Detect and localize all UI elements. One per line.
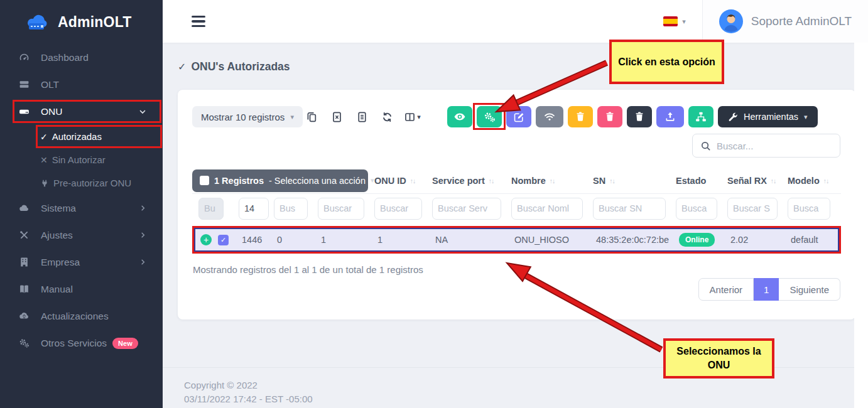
annotation-note-click: Click en esta opción bbox=[609, 40, 724, 84]
sidebar-item-label: Empresa bbox=[41, 257, 80, 268]
cell-senal-rx: 2.02 bbox=[724, 235, 784, 245]
sidebar-item-pre-autorizar[interactable]: Pre-autorizar ONU bbox=[0, 171, 163, 195]
copy-icon[interactable] bbox=[303, 109, 320, 126]
cell-service-port: NA bbox=[429, 235, 508, 245]
sidebar-item-dashboard[interactable]: Dashboard bbox=[0, 44, 163, 71]
tools-icon bbox=[19, 230, 30, 240]
filter-service-port-input[interactable] bbox=[432, 198, 501, 220]
network-map-button[interactable] bbox=[688, 106, 713, 127]
sidebar-item-olt[interactable]: OLT bbox=[0, 71, 163, 98]
trash-icon bbox=[634, 111, 645, 122]
delete-warning-button[interactable] bbox=[568, 106, 593, 127]
records-count: 1 Registros bbox=[214, 176, 264, 186]
filter-onu-id-input[interactable] bbox=[374, 198, 422, 220]
column-header-nombre[interactable]: Nombre ↑↓ bbox=[505, 176, 587, 186]
spain-flag-icon bbox=[663, 16, 678, 26]
sidebar-item-label: Pre-autorizar ONU bbox=[53, 178, 131, 188]
expand-row-icon[interactable]: + bbox=[200, 234, 212, 245]
sidebar-item-actualizaciones[interactable]: Actualizaciones bbox=[0, 303, 163, 330]
copyright-text: Copyright © 2022 bbox=[184, 378, 868, 392]
column-header-senal-rx[interactable]: Señal RX ↑↓ bbox=[721, 176, 781, 186]
chevron-right-icon bbox=[139, 259, 146, 266]
bulk-action-dropdown[interactable]: 1 Registros - Selecciona una acción ▾ bbox=[192, 169, 368, 192]
column-header-service-port[interactable]: Service port ↑↓ bbox=[426, 176, 505, 186]
sidebar-item-sin-autorizar[interactable]: ✕ Sin Autorizar bbox=[0, 148, 163, 171]
filter-estado-input[interactable] bbox=[676, 198, 717, 220]
sidebar-item-sistema[interactable]: Sistema bbox=[0, 195, 163, 222]
view-button[interactable] bbox=[447, 106, 472, 127]
select-all-checkbox[interactable] bbox=[200, 176, 209, 185]
topbar: ▾ Soporte AdminOLT bbox=[163, 0, 868, 43]
export-toolbar: ▾ bbox=[303, 106, 421, 127]
filter-id-input[interactable] bbox=[239, 198, 269, 220]
columns-visibility-icon[interactable]: ▾ bbox=[404, 109, 421, 126]
x-icon: ✕ bbox=[40, 155, 48, 165]
search-input[interactable] bbox=[717, 141, 832, 151]
sidebar-item-onu[interactable]: ONU bbox=[0, 98, 163, 125]
cell-id: 1446 bbox=[236, 235, 271, 245]
filter-input[interactable] bbox=[318, 198, 364, 220]
logo[interactable]: AdminOLT bbox=[0, 0, 163, 44]
filter-modelo-input[interactable] bbox=[788, 198, 830, 220]
pagination-next-button[interactable]: Siguiente bbox=[779, 278, 840, 301]
caret-down-icon: ▾ bbox=[290, 113, 294, 121]
wifi-button[interactable] bbox=[536, 106, 563, 127]
tools-dropdown-button[interactable]: Herramientas ▾ bbox=[718, 106, 818, 127]
excel-export-icon[interactable] bbox=[328, 109, 345, 126]
row-checkbox[interactable]: ✓ bbox=[218, 235, 229, 245]
annotation-note-select: Seleccionamos la ONU bbox=[663, 338, 774, 378]
user-menu[interactable]: Soporte AdminOLT bbox=[703, 0, 868, 43]
logo-text: AdminOLT bbox=[58, 14, 131, 31]
check-icon: ✓ bbox=[178, 61, 186, 73]
menu-toggle-icon[interactable] bbox=[192, 16, 205, 27]
sidebar-item-otros-servicios[interactable]: Otros Servicios New bbox=[0, 330, 163, 357]
show-entries-select[interactable]: Mostrar 10 registros ▾ bbox=[192, 106, 303, 127]
cell-modelo: default bbox=[784, 235, 838, 245]
wrench-icon bbox=[728, 112, 738, 122]
row-annotation-rect: + ✓ 1446 0 1 1 NA ONU_HIOSO 48:35:2e:0c:… bbox=[192, 226, 841, 254]
gears-icon bbox=[484, 111, 496, 123]
page-title-text: ONU's Autorizadas bbox=[191, 60, 290, 73]
sidebar-item-label: Actualizaciones bbox=[41, 311, 109, 322]
filter-sn-input[interactable] bbox=[593, 198, 666, 220]
delete-danger-button[interactable] bbox=[597, 106, 622, 127]
configure-button[interactable] bbox=[477, 106, 502, 127]
onu-icon bbox=[19, 106, 30, 117]
footer-timestamp: 03/11/2022 17:42 - EST -05:00 bbox=[184, 392, 868, 406]
pagination-page-1[interactable]: 1 bbox=[754, 278, 779, 301]
chevron-down-icon bbox=[139, 108, 146, 115]
sort-icon: ↑↓ bbox=[550, 177, 555, 185]
language-selector[interactable]: ▾ bbox=[663, 16, 686, 26]
sidebar-item-label: Ajustes bbox=[41, 230, 73, 241]
delete-dark-button[interactable] bbox=[627, 106, 652, 127]
filter-senal-input[interactable] bbox=[727, 198, 778, 220]
upload-icon bbox=[665, 111, 676, 122]
sidebar-item-label: ONU bbox=[41, 106, 62, 117]
sidebar-item-autorizadas[interactable]: ✓ Autorizadas bbox=[0, 125, 163, 148]
column-header-estado[interactable]: Estado bbox=[670, 176, 721, 186]
sidebar-item-empresa[interactable]: Empresa bbox=[0, 249, 163, 276]
table-row[interactable]: + ✓ 1446 0 1 1 NA ONU_HIOSO 48:35:2e:0c:… bbox=[194, 228, 839, 252]
upload-button[interactable] bbox=[656, 106, 684, 127]
building-icon bbox=[19, 257, 30, 267]
wifi-icon bbox=[543, 110, 556, 123]
edit-button[interactable] bbox=[506, 106, 531, 127]
gears-icon bbox=[19, 338, 30, 348]
sidebar-item-manual[interactable]: Manual bbox=[0, 276, 163, 303]
sidebar-item-ajustes[interactable]: Ajustes bbox=[0, 222, 163, 249]
cloud-upload-icon bbox=[19, 311, 30, 321]
trash-icon bbox=[604, 111, 616, 122]
filter-input[interactable] bbox=[274, 198, 308, 220]
app-root: AdminOLT Dashboard OLT ONU bbox=[0, 0, 868, 408]
column-header-modelo[interactable]: Modelo ↑↓ bbox=[781, 176, 841, 186]
filter-nombre-input[interactable] bbox=[511, 198, 583, 220]
refresh-icon[interactable] bbox=[379, 109, 396, 126]
caret-down-icon: ▾ bbox=[804, 113, 808, 121]
tools-label: Herramientas bbox=[744, 112, 798, 122]
file-export-icon[interactable] bbox=[354, 109, 371, 126]
column-header-sn[interactable]: SN ↑↓ bbox=[587, 176, 670, 186]
sidebar-nav: Dashboard OLT ONU ✓ Autorizadas bbox=[0, 44, 163, 357]
column-header-onu-id[interactable]: ONU ID ↑↓ bbox=[368, 176, 426, 186]
sort-icon: ↑↓ bbox=[410, 177, 416, 185]
pagination-prev-button[interactable]: Anterior bbox=[698, 278, 754, 301]
